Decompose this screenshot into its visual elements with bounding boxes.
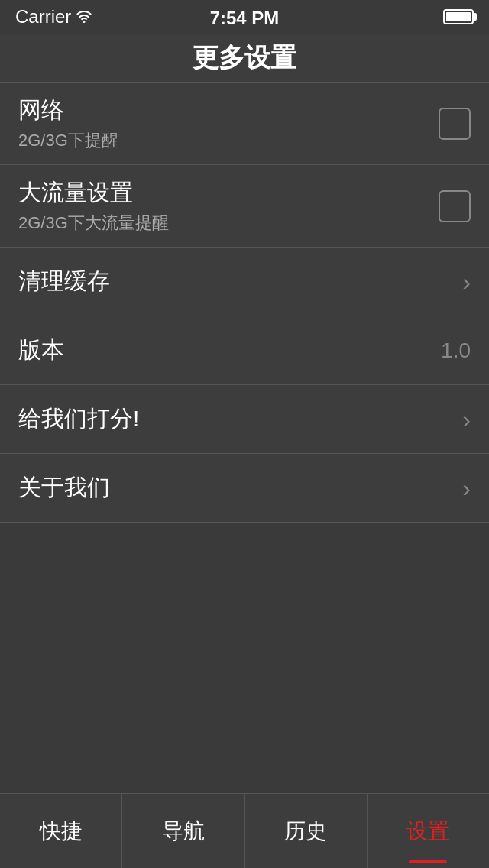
checkbox-data[interactable]: [439, 190, 471, 222]
settings-item-rate[interactable]: 给我们打分! ›: [0, 385, 489, 454]
settings-list: 网络 2G/3G下提醒 大流量设置 2G/3G下大流量提醒 清理缓存 ›: [0, 83, 489, 523]
item-subtitle-network: 2G/3G下提醒: [18, 129, 118, 152]
item-right-network: [439, 108, 471, 140]
content-area: 网络 2G/3G下提醒 大流量设置 2G/3G下大流量提醒 清理缓存 ›: [0, 83, 489, 793]
item-right-rate: ›: [462, 407, 471, 432]
tab-bar: 快捷 导航 历史 设置: [0, 793, 489, 868]
item-subtitle-data: 2G/3G下大流量提醒: [18, 212, 169, 235]
wifi-icon: [76, 11, 92, 23]
tab-label-settings: 设置: [406, 817, 449, 846]
item-left-version: 版本: [18, 335, 64, 366]
status-right: [443, 9, 474, 24]
checkbox-network[interactable]: [439, 108, 471, 140]
item-title-data: 大流量设置: [18, 177, 169, 209]
version-value: 1.0: [441, 338, 471, 363]
item-right-cache: ›: [462, 270, 471, 294]
item-title-about: 关于我们: [18, 472, 110, 504]
carrier-label: Carrier: [15, 6, 71, 28]
tab-item-nav[interactable]: 导航: [122, 794, 244, 868]
item-left-rate: 给我们打分!: [18, 403, 139, 435]
tab-item-history[interactable]: 历史: [245, 794, 368, 868]
item-left-cache: 清理缓存: [18, 266, 110, 297]
empty-space: [0, 523, 489, 793]
tab-label-shortcut: 快捷: [40, 817, 83, 846]
chevron-rate-icon: ›: [462, 407, 471, 432]
settings-item-cache[interactable]: 清理缓存 ›: [0, 248, 489, 316]
settings-item-version: 版本 1.0: [0, 316, 489, 385]
page-title: 更多设置: [193, 40, 296, 76]
item-left-data: 大流量设置 2G/3G下大流量提醒: [18, 177, 169, 235]
chevron-about-icon: ›: [462, 476, 471, 500]
item-title-cache: 清理缓存: [18, 266, 110, 297]
item-right-data: [439, 190, 471, 222]
item-title-rate: 给我们打分!: [18, 403, 139, 435]
status-bar: Carrier 7:54 PM: [0, 0, 489, 34]
settings-item-about[interactable]: 关于我们 ›: [0, 454, 489, 523]
tab-label-nav: 导航: [162, 817, 205, 846]
tab-item-shortcut[interactable]: 快捷: [0, 794, 122, 868]
status-time: 7:54 PM: [210, 8, 280, 29]
battery-icon: [443, 9, 474, 24]
settings-item-data[interactable]: 大流量设置 2G/3G下大流量提醒: [0, 165, 489, 248]
item-left-about: 关于我们: [18, 472, 110, 504]
carrier-info: Carrier: [15, 6, 92, 28]
item-title-version: 版本: [18, 335, 64, 366]
nav-bar: 更多设置: [0, 34, 489, 83]
chevron-cache-icon: ›: [462, 270, 471, 294]
tab-item-settings[interactable]: 设置: [368, 794, 489, 868]
item-left-network: 网络 2G/3G下提醒: [18, 95, 118, 152]
item-right-version: 1.0: [441, 338, 471, 363]
settings-item-network[interactable]: 网络 2G/3G下提醒: [0, 83, 489, 165]
item-right-about: ›: [462, 476, 471, 500]
tab-label-history: 历史: [284, 817, 327, 846]
item-title-network: 网络: [18, 95, 118, 126]
